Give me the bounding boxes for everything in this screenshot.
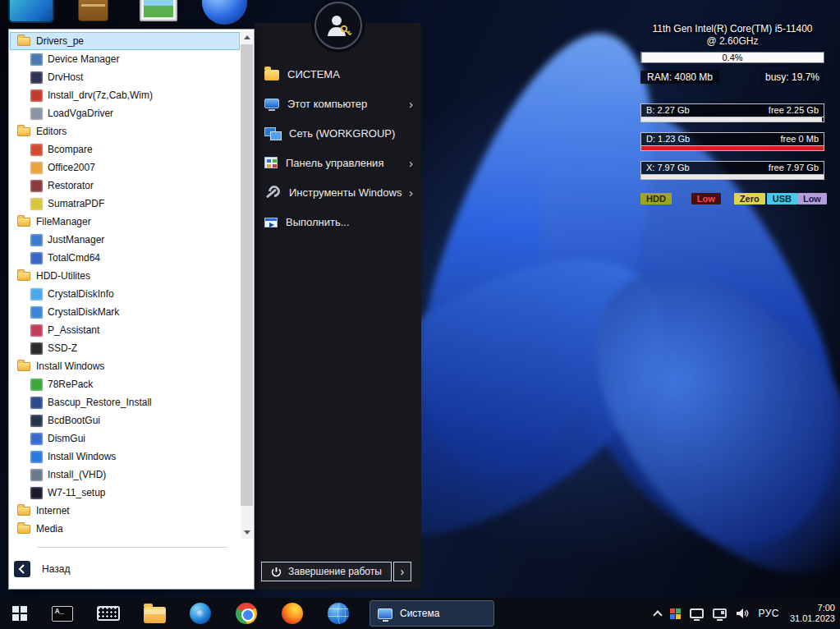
start-menu-item[interactable]: BcdBootGui xyxy=(10,411,240,429)
start-menu-item[interactable]: Install_drv(7z,Cab,Wim) xyxy=(10,86,240,104)
start-menu-item[interactable]: TotalCmd64 xyxy=(10,249,240,267)
menu-item-icon xyxy=(264,218,278,227)
start-menu-item[interactable]: FileManager xyxy=(10,213,240,231)
scroll-up-button[interactable] xyxy=(241,31,253,44)
start-menu-item-label: SSD-Z xyxy=(48,342,77,354)
start-menu-item[interactable]: DismGui xyxy=(10,429,240,448)
volume-icon[interactable] xyxy=(736,608,749,619)
folder-icon xyxy=(17,127,30,136)
taskbar-window-system[interactable]: Система xyxy=(370,600,494,627)
scrollbar-thumb[interactable] xyxy=(241,44,253,506)
drive-bar xyxy=(640,145,824,151)
system-menu-item[interactable]: Этот компьютер › xyxy=(255,89,421,118)
system-menu-item[interactable]: Выполнить... › xyxy=(255,207,421,236)
start-menu-item[interactable]: W7-11_setup xyxy=(10,484,240,502)
start-menu-item-label: Media xyxy=(36,523,63,535)
start-menu-item[interactable]: 78RePack xyxy=(10,375,240,393)
system-menu-item[interactable]: Панель управления › xyxy=(255,148,421,177)
start-menu-item[interactable]: Bascup_Restore_Install xyxy=(10,393,240,411)
drive-gauge: X: 7.97 Gb free 7.97 Gb xyxy=(640,161,824,180)
system-menu-item[interactable]: СИСТЕМА › xyxy=(255,59,421,89)
app-icon xyxy=(30,53,43,66)
display-settings-icon[interactable] xyxy=(713,608,727,618)
start-menu-item[interactable]: JustManager xyxy=(10,231,240,249)
system-menu-item[interactable]: Сеть (WORKGROUP) › xyxy=(255,118,421,148)
desktop-icon-pc[interactable] xyxy=(8,0,54,23)
start-menu-item[interactable]: DrvHost xyxy=(10,68,240,86)
start-menu-item-label: HDD-Utilites xyxy=(36,270,90,282)
tray-expand-icon[interactable] xyxy=(654,610,663,619)
start-menu-item[interactable]: LoadVgaDriver xyxy=(10,104,240,122)
display-icon[interactable] xyxy=(690,608,704,618)
edge-browser-button[interactable] xyxy=(177,598,223,629)
keyboard-button[interactable] xyxy=(85,598,131,629)
start-menu-item[interactable]: HDD-Utilites xyxy=(10,267,240,285)
user-avatar[interactable] xyxy=(314,2,362,49)
scroll-down-button[interactable] xyxy=(241,526,253,539)
cmd-button[interactable]: A_ xyxy=(39,598,85,629)
drive-free-label: free 2.25 Gb xyxy=(769,105,819,116)
start-menu-item-label: Install_(VHD) xyxy=(48,469,106,480)
drive-free-label: free 0 Mb xyxy=(781,134,819,145)
start-menu-item-label: Bcompare xyxy=(48,144,93,155)
desktop-icon-pictures[interactable] xyxy=(140,0,177,21)
language-indicator[interactable]: РУС xyxy=(758,608,779,619)
app-icon xyxy=(30,415,43,427)
globe-icon xyxy=(328,603,349,624)
chevron-right-icon: › xyxy=(401,565,405,578)
menu-item-label: СИСТЕМА xyxy=(287,68,340,80)
windows-logo-icon xyxy=(12,606,27,621)
clock[interactable]: 7:00 31.01.2023 xyxy=(790,603,835,624)
start-menu-item[interactable]: Bcompare xyxy=(10,140,240,158)
start-menu-item[interactable]: Device Manager xyxy=(10,50,240,68)
network-browser-button[interactable] xyxy=(315,598,361,629)
app-icon xyxy=(30,198,43,210)
menu-item-icon xyxy=(264,99,279,108)
file-explorer-button[interactable] xyxy=(131,598,177,629)
start-menu-item-label: 78RePack xyxy=(48,379,93,390)
start-menu-item[interactable]: CrystalDiskInfo xyxy=(10,285,240,303)
start-menu-item-label: Bascup_Restore_Install xyxy=(48,397,152,408)
status-badge-label: Zero xyxy=(740,194,760,204)
chevron-left-icon xyxy=(14,561,30,577)
start-menu-item[interactable]: Editors xyxy=(10,122,240,140)
start-menu-item[interactable]: SumatraPDF xyxy=(10,195,240,213)
cpu-load-bar: 0.4% xyxy=(640,52,824,63)
start-menu-system-panel: СИСТЕМА › Этот компьютер › Сеть (WORKGRO… xyxy=(255,23,421,590)
start-menu-item-label: Install Windows xyxy=(36,360,104,372)
start-menu-item[interactable]: Restorator xyxy=(10,177,240,195)
start-menu-item[interactable]: Internet xyxy=(10,502,240,520)
scrollbar[interactable] xyxy=(241,31,253,539)
start-menu-item[interactable]: Media xyxy=(10,520,240,538)
drive-gauge: D: 1.23 Gb free 0 Mb xyxy=(640,132,824,151)
start-menu-item-label: P_Assistant xyxy=(48,324,99,336)
start-menu-item[interactable]: SSD-Z xyxy=(10,339,240,357)
start-menu-item-label: Install_drv(7z,Cab,Wim) xyxy=(48,90,153,101)
hardware-icon[interactable] xyxy=(670,608,681,619)
start-menu-item[interactable]: Drivers_pe xyxy=(10,32,240,50)
desktop-icon-briefcase[interactable] xyxy=(78,0,108,21)
back-button[interactable]: Назад xyxy=(14,561,70,577)
status-indicators: HDD Low Zero USB Low xyxy=(640,193,824,204)
start-menu-item[interactable]: Install Windows xyxy=(10,448,240,466)
shutdown-options-button[interactable]: › xyxy=(393,562,411,581)
system-menu-item[interactable]: Инструменты Windows › xyxy=(255,177,421,207)
app-icon xyxy=(30,180,43,192)
start-menu-item-label: CrystalDiskInfo xyxy=(48,288,114,300)
drive-bar xyxy=(640,117,824,122)
drive-gauge: B: 2.27 Gb free 2.25 Gb xyxy=(640,103,824,122)
start-button[interactable] xyxy=(0,598,39,629)
shutdown-button[interactable]: Завершение работы xyxy=(261,562,392,581)
drive-size-label: D: 1.23 Gb xyxy=(646,134,690,145)
drive-bar xyxy=(640,174,824,180)
start-menu-item[interactable]: Install Windows xyxy=(10,357,240,375)
start-menu-item[interactable]: Office2007 xyxy=(10,158,240,177)
start-menu-item[interactable]: CrystalDiskMark xyxy=(10,303,240,321)
date: 31.01.2023 xyxy=(790,613,835,624)
start-menu-item[interactable]: Install_(VHD) xyxy=(10,466,240,484)
start-menu-item[interactable]: P_Assistant xyxy=(10,321,240,339)
drive-labels: X: 7.97 Gb free 7.97 Gb xyxy=(640,161,824,174)
firefox-browser-button[interactable] xyxy=(269,598,315,629)
app-icon xyxy=(30,144,43,156)
chrome-browser-button[interactable] xyxy=(223,598,269,629)
